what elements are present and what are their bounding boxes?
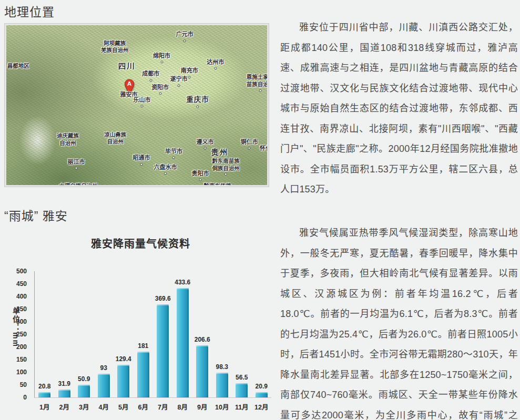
map-label: 黔南布依族: [204, 182, 232, 185]
city-dot-icon: [199, 178, 202, 181]
bar-group: 369.67月: [153, 271, 173, 397]
city-dot-icon: [149, 79, 152, 81]
city-dot-icon: [140, 105, 143, 108]
map-label: 资阳市: [151, 84, 169, 95]
map-label: 昌都地区: [7, 63, 29, 70]
y-tick-label: 0: [23, 394, 27, 401]
x-tick-label: 11月: [235, 402, 249, 412]
y-tick-label: 450: [16, 280, 27, 288]
y-axis-ticks: 500450400350300250200150100500: [5, 271, 30, 397]
y-tick-label: 300: [16, 318, 27, 325]
rainfall-bar: [38, 392, 50, 397]
bar-value-label: 50.9: [78, 375, 90, 383]
city-dot-icon: [214, 67, 217, 70]
bar-group: 50.93月: [74, 271, 94, 397]
map-label: 恩施土家族苗族自治州: [247, 74, 267, 91]
city-dot-icon: [197, 105, 199, 108]
rainfall-bar: [137, 352, 149, 397]
bar-value-label: 369.6: [155, 295, 171, 302]
x-tick-label: 1月: [39, 402, 49, 412]
bar-group: 1816月: [134, 271, 154, 397]
map-label: 广元市: [176, 31, 193, 42]
rainfall-bar: [177, 288, 189, 397]
bar-group: 98.310月: [212, 271, 232, 397]
map-label: 铜仁市: [241, 138, 258, 149]
map-canvas: A 昌都地区阿坝藏族羌族自治州广元市绵阳市达州市四川成都市南充市遂宁市资阳市雅安…: [6, 25, 267, 185]
rainfall-bar: [216, 373, 228, 397]
map-label: 重庆市: [186, 95, 209, 108]
map-label: 成都市: [142, 70, 159, 81]
bar-value-label: 98.3: [216, 363, 228, 371]
map-label: 昭通市: [132, 155, 150, 166]
city-dot-icon: [188, 76, 191, 78]
city-dot-icon: [248, 147, 251, 150]
x-tick-label: 7月: [158, 402, 168, 412]
map-label: 大理白族自治州: [59, 182, 98, 185]
map-label: 遂宁市: [170, 76, 188, 87]
city-dot-icon: [225, 173, 227, 176]
rainfall-chart: 雅安降雨量气候资料 单位：mm 500450400350300250200150…: [5, 233, 276, 418]
page: 地理位置 A 昌都地区阿坝藏族羌族自治州广元市绵阳市达州市四川成都市南充市遂宁市…: [0, 0, 520, 420]
rainfall-bar: [78, 385, 90, 397]
y-tick-label: 150: [16, 356, 27, 363]
y-tick-label: 200: [16, 343, 27, 351]
geo-section-title: 地理位置: [4, 2, 55, 20]
bar-value-label: 181: [138, 342, 148, 350]
city-dot-icon: [259, 89, 262, 92]
map-label: 阿坝藏族羌族自治州: [101, 40, 129, 54]
map-label: 凉山彝族自治州: [104, 131, 126, 146]
climate-paragraph: 雅安气候属亚热带季风气候湿润类型，除高寒山地外，一般冬无严寒，夏无酷暑，春季回暖…: [280, 223, 518, 420]
bar-group: 433.68月: [173, 271, 193, 397]
city-dot-icon: [178, 84, 180, 87]
x-tick-label: 9月: [197, 402, 207, 412]
map-label: 贵阳市: [192, 170, 209, 181]
rainfall-bar: [196, 345, 208, 397]
map-label: 毕节市: [165, 148, 182, 159]
city-dot-icon: [160, 60, 163, 63]
y-tick-label: 350: [16, 305, 27, 313]
rainfall-bar: [98, 374, 110, 397]
map-label: 绵阳市: [153, 52, 170, 63]
bar-value-label: 56.5: [236, 374, 248, 381]
x-tick-label: 5月: [118, 402, 128, 412]
bar-group: 56.511月: [232, 271, 252, 397]
y-tick-label: 100: [16, 368, 27, 376]
bar-value-label: 206.6: [195, 336, 210, 343]
map-label: 六盘水市: [154, 163, 177, 175]
city-dot-icon: [75, 167, 77, 169]
bar-value-label: 93: [100, 364, 107, 372]
map-frame: A 昌都地区阿坝藏族羌族自治州广元市绵阳市达州市四川成都市南充市遂宁市资阳市雅安…: [4, 23, 269, 187]
rainfall-bar: [256, 392, 268, 397]
x-tick-label: 2月: [59, 402, 69, 412]
map-label: 怀化市: [260, 145, 267, 152]
x-tick-label: 3月: [79, 402, 89, 412]
x-tick-label: 6月: [138, 402, 148, 412]
bar-value-label: 20.9: [256, 383, 268, 390]
map-label: 贵州: [211, 148, 228, 158]
chart-title: 雅安降雨量气候资料: [5, 235, 276, 251]
rainfall-bar: [58, 390, 70, 397]
bar-group: 934月: [94, 271, 114, 397]
y-tick-label: 400: [16, 293, 27, 300]
x-tick-label: 10月: [215, 402, 229, 412]
pin-letter: A: [127, 80, 131, 87]
map-label: 四川: [118, 61, 136, 71]
rainfall-bar: [157, 304, 169, 397]
y-tick-label: 50: [20, 381, 27, 388]
bar-value-label: 20.8: [38, 383, 50, 390]
rainfall-bar: [236, 383, 248, 397]
city-dot-icon: [172, 157, 175, 159]
bar-group: 129.45月: [114, 271, 134, 397]
city-dot-icon: [183, 39, 186, 42]
city-dot-icon: [140, 163, 142, 166]
rain-section-title: “雨城” 雅安: [4, 206, 68, 224]
bar-group: 20.81月: [35, 271, 55, 397]
x-tick-label: 12月: [254, 402, 268, 412]
bar-group: 31.92月: [55, 271, 75, 397]
chart-plot: 20.81月31.92月50.93月934月129.45月1816月369.67…: [34, 271, 271, 398]
bar-value-label: 129.4: [116, 355, 131, 363]
geo-paragraph: 雅安位于四川省中部，川藏、川滇西公路交汇处，距成都140公里，国道108和318…: [280, 17, 518, 200]
bar-value-label: 433.6: [175, 279, 190, 286]
rainfall-bar: [117, 365, 129, 397]
bars: 20.81月31.92月50.93月934月129.45月1816月369.67…: [35, 271, 271, 397]
